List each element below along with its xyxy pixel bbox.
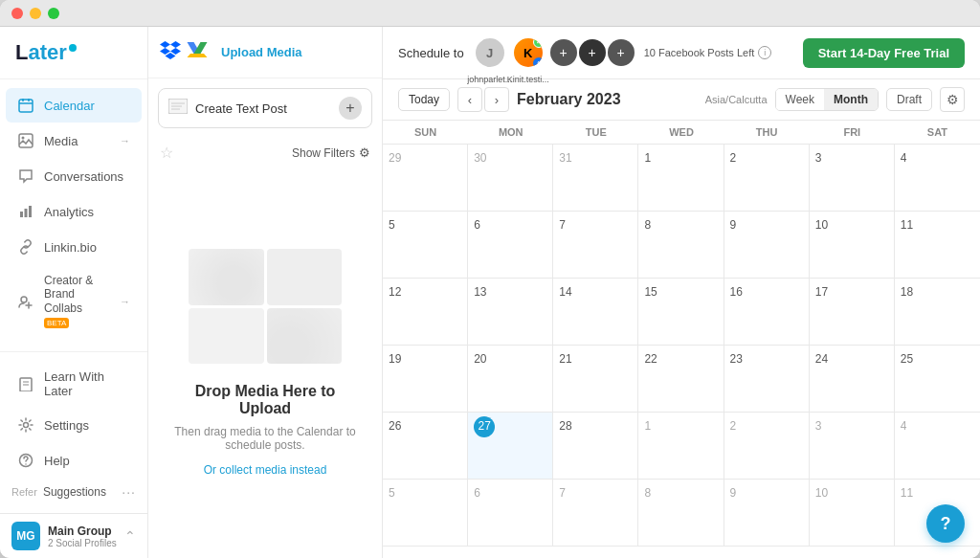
- cal-cell-feb9[interactable]: 9: [724, 212, 810, 279]
- profile-kinit[interactable]: K f ✓ Kinit.testi...: [512, 36, 545, 69]
- cal-cell-feb24[interactable]: 24: [810, 346, 895, 413]
- trial-button[interactable]: Start 14-Day Free Trial: [803, 38, 965, 68]
- cal-cell-feb22[interactable]: 22: [638, 346, 724, 413]
- media-upload-area[interactable]: Drop Media Here to Upload Then drag medi…: [148, 167, 382, 558]
- profile-avatar-2[interactable]: K f ✓: [512, 36, 545, 69]
- add-profile-button-3[interactable]: +: [608, 39, 635, 66]
- create-text-post-button[interactable]: Create Text Post +: [158, 88, 372, 128]
- filter-icon: ⚙: [359, 145, 370, 160]
- analytics-label: Analytics: [44, 205, 94, 219]
- calendar-settings-button[interactable]: ⚙: [940, 87, 965, 112]
- month-view-button[interactable]: Month: [824, 89, 878, 110]
- cal-cell-feb15[interactable]: 15: [638, 279, 724, 346]
- cal-cell-feb23[interactable]: 23: [724, 346, 810, 413]
- cal-cell-feb21[interactable]: 21: [553, 346, 638, 413]
- cal-cell-feb20[interactable]: 20: [468, 346, 553, 413]
- sidebar-item-calendar[interactable]: Calendar: [6, 88, 142, 123]
- gdrive-icon[interactable]: [187, 40, 208, 64]
- cal-cell-feb14[interactable]: 14: [553, 279, 638, 346]
- suggestions-link[interactable]: Suggestions: [43, 485, 116, 499]
- cal-cell-feb18[interactable]: 18: [895, 279, 980, 346]
- cal-cell-mar8[interactable]: 8: [638, 480, 724, 547]
- cal-cell-feb6[interactable]: 6: [468, 212, 553, 279]
- media-icon: [17, 132, 34, 149]
- sidebar-item-settings[interactable]: Settings: [6, 408, 142, 442]
- cal-cell-mar3[interactable]: 3: [810, 413, 895, 480]
- add-post-icon[interactable]: +: [339, 97, 362, 120]
- avatar-label-1: johnparlet...: [467, 75, 512, 84]
- cal-cell-feb10[interactable]: 10: [810, 212, 895, 279]
- cal-cell-mar5[interactable]: 5: [383, 480, 468, 547]
- sidebar-logo: Later: [0, 27, 147, 79]
- close-button[interactable]: [11, 8, 23, 19]
- sidebar-item-linkinbio[interactable]: Linkin.bio: [6, 230, 142, 264]
- cal-cell-feb2[interactable]: 2: [724, 145, 810, 212]
- next-month-button[interactable]: ›: [484, 87, 509, 112]
- text-post-icon: [168, 99, 188, 118]
- collect-media-link[interactable]: Or collect media instead: [204, 463, 327, 477]
- star-icon[interactable]: ☆: [160, 144, 173, 162]
- cal-cell-feb11[interactable]: 11: [895, 212, 980, 279]
- cal-cell-jan31[interactable]: 31: [553, 145, 638, 212]
- cal-cell-mar6[interactable]: 6: [468, 480, 553, 547]
- cal-cell-feb16[interactable]: 16: [724, 279, 810, 346]
- cal-cell-feb7[interactable]: 7: [553, 212, 638, 279]
- cal-cell-feb1[interactable]: 1: [638, 145, 724, 212]
- info-icon[interactable]: i: [758, 46, 771, 59]
- sidebar-item-analytics[interactable]: Analytics: [6, 194, 142, 229]
- sidebar-footer[interactable]: MG Main Group 2 Social Profiles ⌃: [0, 513, 147, 558]
- facebook-badge: f: [533, 57, 545, 69]
- add-profile-button-2[interactable]: +: [579, 39, 606, 66]
- sidebar-bottom: Learn With Later Settings: [0, 351, 147, 513]
- cal-cell-feb28[interactable]: 28: [553, 413, 638, 480]
- posts-left-indicator: 10 Facebook Posts Left i: [644, 46, 772, 59]
- svg-point-13: [24, 423, 29, 428]
- cal-cell-mar4[interactable]: 4: [895, 413, 980, 480]
- sidebar-item-learn[interactable]: Learn With Later: [6, 361, 142, 407]
- cal-cell-jan29[interactable]: 29: [383, 145, 468, 212]
- cal-cell-feb17[interactable]: 17: [810, 279, 895, 346]
- sidebar-item-conversations[interactable]: Conversations: [6, 159, 142, 193]
- sidebar-item-creator[interactable]: Creator & BrandCollabs BETA →: [6, 265, 142, 338]
- week-view-button[interactable]: Week: [776, 89, 824, 110]
- cal-cell-mar10[interactable]: 10: [810, 480, 895, 547]
- cal-cell-feb12[interactable]: 12: [383, 279, 468, 346]
- cal-cell-mar9[interactable]: 9: [724, 480, 810, 547]
- cal-cell-feb8[interactable]: 8: [638, 212, 724, 279]
- today-button[interactable]: Today: [398, 88, 450, 111]
- cal-cell-feb25[interactable]: 25: [895, 346, 980, 413]
- cal-cell-feb26[interactable]: 26: [383, 413, 468, 480]
- cal-cell-feb27[interactable]: 27: [468, 413, 553, 480]
- cal-cell-feb5[interactable]: 5: [383, 212, 468, 279]
- help-fab-button[interactable]: ?: [926, 504, 965, 543]
- cal-cell-feb4[interactable]: 4: [895, 145, 980, 212]
- minimize-button[interactable]: [30, 8, 41, 19]
- sidebar-item-help[interactable]: Help: [6, 443, 142, 478]
- cal-cell-mar1[interactable]: 1: [638, 413, 724, 480]
- beta-badge: BETA: [44, 318, 69, 328]
- cal-cell-feb13[interactable]: 13: [468, 279, 553, 346]
- footer-text: Main Group 2 Social Profiles: [48, 525, 117, 548]
- day-header-tue: TUE: [553, 121, 638, 145]
- cal-cell-mar7[interactable]: 7: [553, 480, 638, 547]
- draft-button[interactable]: Draft: [886, 88, 932, 111]
- dropbox-icon[interactable]: [160, 40, 181, 64]
- prev-month-button[interactable]: ‹: [457, 87, 482, 112]
- cal-cell-feb19[interactable]: 19: [383, 346, 468, 413]
- cal-cell-jan30[interactable]: 30: [468, 145, 553, 212]
- sidebar-item-media[interactable]: Media →: [6, 123, 142, 158]
- profile-avatar-1[interactable]: J: [474, 36, 506, 69]
- cal-cell-mar2[interactable]: 2: [724, 413, 810, 480]
- logo: Later: [15, 40, 132, 65]
- day-header-sat: SAT: [895, 121, 980, 145]
- profile-johnparlet[interactable]: J johnparlet...: [474, 36, 506, 69]
- add-profile-button-1[interactable]: +: [550, 39, 577, 66]
- maximize-button[interactable]: [48, 8, 59, 19]
- creator-icon: [17, 293, 34, 310]
- conversations-icon: [17, 167, 34, 185]
- cal-cell-feb3[interactable]: 3: [810, 145, 895, 212]
- show-filters-button[interactable]: Show Filters ⚙: [292, 145, 370, 160]
- upload-media-button[interactable]: Upload Media: [221, 45, 302, 59]
- app-body: Later Calendar: [0, 27, 980, 558]
- dots-menu[interactable]: ···: [122, 484, 136, 500]
